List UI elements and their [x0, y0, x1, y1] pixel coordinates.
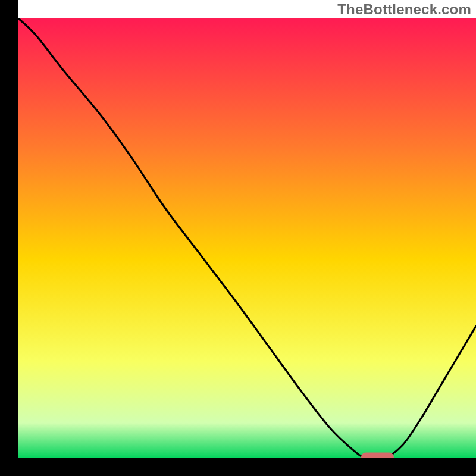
bottleneck-chart: TheBottleneck.com	[0, 0, 476, 476]
x-axis	[0, 458, 476, 476]
watermark-label: TheBottleneck.com	[337, 1, 471, 18]
y-axis	[0, 0, 18, 476]
chart-svg	[0, 0, 476, 476]
plot-background	[18, 18, 476, 458]
